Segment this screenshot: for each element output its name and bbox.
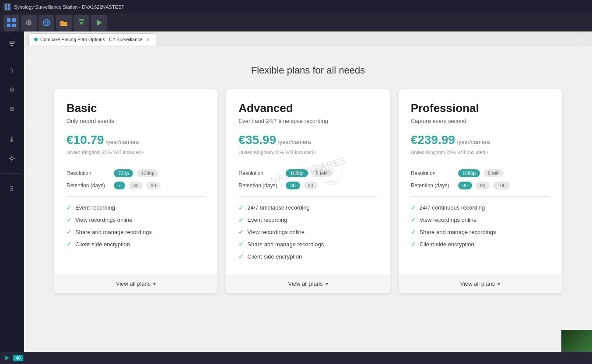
plan-price-basic: €10.79	[67, 133, 104, 147]
check-icon: ✓	[411, 216, 416, 223]
resolution-badge-5mp-adv[interactable]: 5 MP	[312, 169, 332, 177]
plan-name-professional: Professional	[411, 102, 550, 115]
view-all-label-professional: View all plans	[460, 280, 495, 287]
plan-divider-basic	[67, 162, 205, 162]
plans-grid: NAS COMPARES Basic Only record events €1…	[54, 89, 562, 293]
plan-name-basic: Basic	[67, 102, 205, 115]
retention-badge-90[interactable]: 90	[146, 182, 160, 189]
plan-divider2-advanced	[238, 196, 377, 197]
browser-tab[interactable]: Compare Pricing Plan Options | C2 Survei…	[28, 33, 156, 46]
sidebar-filter-icon[interactable]	[4, 36, 20, 52]
resolution-label-professional: Resolution	[411, 170, 455, 176]
chevron-down-icon-advanced: ▾	[326, 281, 328, 287]
plan-name-advanced: Advanced	[238, 102, 377, 115]
minimize-button[interactable]: —	[574, 36, 588, 43]
resolution-badge-1080p-pro[interactable]: 1080p	[458, 169, 480, 177]
chevron-down-icon-basic: ▾	[153, 281, 156, 287]
plan-footer-basic[interactable]: View all plans ▾	[54, 274, 217, 293]
feature-text: Client-side encryption	[247, 253, 302, 260]
svg-point-22	[11, 108, 13, 110]
thumbnail-preview	[561, 330, 592, 352]
taskbar-title: Synology Surveillance Station - DVA1622N…	[14, 4, 124, 10]
svg-rect-3	[8, 7, 10, 10]
feature-text: 24/7 continuous recording	[420, 204, 485, 211]
retention-badge-30-pro[interactable]: 30	[458, 182, 472, 189]
plan-tagline-professional: Capture every second	[411, 118, 550, 124]
retention-row-advanced: Retention (days) 30 90	[238, 182, 377, 189]
check-icon: ✓	[411, 241, 416, 248]
resolution-badge-720p[interactable]: 720p	[114, 169, 133, 177]
sidebar-section-ma: Ma	[4, 131, 20, 147]
svg-rect-7	[12, 24, 16, 27]
app-icon-folder[interactable]	[56, 15, 72, 31]
feature-item: ✓ View recordings online	[238, 228, 377, 235]
plan-price-row-basic: €10.79 /year/camera	[67, 133, 205, 147]
app-icon-synology[interactable]	[4, 15, 19, 31]
feature-item: ✓ Client-side encryption	[411, 241, 550, 248]
app-icon-globe[interactable]	[39, 15, 54, 31]
plan-options-professional: Resolution 1080p 5 MP Retention (days) 3…	[411, 169, 550, 189]
tab-title: Compare Pricing Plan Options | C2 Survei…	[40, 37, 143, 42]
plan-divider2-professional	[411, 196, 550, 197]
feature-item: ✓ View recordings online	[411, 216, 550, 223]
resolution-badge-5mp-pro[interactable]: 5 MP	[483, 169, 504, 177]
resolution-badge-1080p-adv[interactable]: 1080p	[286, 169, 308, 177]
resolution-label-basic: Resolution	[67, 170, 110, 176]
feature-text: 24/7 timelapse recording	[247, 204, 309, 211]
left-sidebar: Im Ma Ma	[0, 32, 24, 364]
feature-item: ✓ Share and manage recordings	[67, 228, 205, 235]
feature-text: View recordings online	[247, 229, 305, 235]
app-icons-row	[0, 14, 592, 32]
feature-text: Share and manage recordings	[75, 229, 152, 235]
svg-point-9	[28, 22, 30, 24]
svg-rect-4	[7, 18, 11, 22]
feature-item: ✓ View recordings online	[67, 216, 205, 223]
tab-favicon	[34, 38, 38, 41]
check-icon: ✓	[238, 253, 244, 260]
retention-label-advanced: Retention (days)	[238, 182, 282, 189]
sidebar-camera2-icon[interactable]	[4, 101, 20, 117]
app-icon-download[interactable]	[74, 15, 89, 31]
plan-footer-advanced[interactable]: View all plans ▾	[226, 274, 389, 293]
plan-body-advanced: Advanced Event and 24/7 timelapse record…	[226, 89, 389, 274]
page-heading: Flexible plans for all needs	[54, 65, 562, 76]
sidebar-camera-icon[interactable]	[4, 82, 20, 98]
plan-footer-professional[interactable]: View all plans ▾	[399, 274, 562, 293]
plan-price-advanced: €35.99	[238, 133, 276, 147]
retention-badge-90-adv[interactable]: 90	[304, 182, 318, 189]
main-layout: Im Ma Ma Compare Pricing Plan Options | …	[0, 32, 592, 364]
check-icon: ✓	[67, 216, 72, 223]
retention-badge-90-pro[interactable]: 90	[476, 182, 490, 189]
svg-point-20	[11, 89, 13, 91]
plan-price-professional: €239.99	[411, 133, 455, 147]
app-icon-camera[interactable]	[21, 15, 37, 31]
plan-price-row-advanced: €35.99 /year/camera	[238, 133, 377, 147]
plan-card-advanced: Advanced Event and 24/7 timelapse record…	[226, 89, 389, 293]
content-area: Compare Pricing Plan Options | C2 Survei…	[24, 32, 592, 364]
chevron-down-icon-professional: ▾	[497, 281, 500, 287]
retention-badge-30-adv[interactable]: 30	[286, 182, 300, 189]
plan-options-basic: Resolution 720p 1080p Retention (days) 7…	[67, 169, 205, 189]
feature-item: ✓ 24/7 continuous recording	[411, 204, 550, 211]
tab-close-button[interactable]: ✕	[145, 37, 151, 42]
app-icon-play[interactable]	[91, 15, 107, 31]
resolution-badge-1080p[interactable]: 1080p	[137, 169, 159, 177]
features-list-professional: ✓ 24/7 continuous recording ✓ View recor…	[411, 204, 550, 248]
plan-price-unit-professional: /year/camera	[457, 139, 490, 145]
check-icon: ✓	[238, 228, 244, 235]
retention-badge-7[interactable]: 7	[114, 182, 125, 189]
resolution-row-basic: Resolution 720p 1080p	[67, 169, 205, 177]
taskbar: Synology Surveillance Station - DVA1622N…	[0, 0, 592, 14]
feature-text: Share and manage recordings	[420, 229, 496, 235]
plan-card-professional: Professional Capture every second €239.9…	[399, 89, 562, 293]
view-all-label-basic: View all plans	[116, 280, 151, 287]
retention-badge-180-pro[interactable]: 180	[493, 182, 510, 189]
feature-item: ✓ Event recording	[238, 216, 377, 223]
plan-body-basic: Basic Only record events €10.79 /year/ca…	[54, 89, 217, 274]
retention-badge-30[interactable]: 30	[129, 182, 143, 189]
retention-label-professional: Retention (days)	[411, 182, 455, 189]
retention-row-basic: Retention (days) 7 30 90	[67, 182, 205, 189]
sidebar-settings-icon[interactable]	[4, 150, 20, 166]
plan-card-basic: Basic Only record events €10.79 /year/ca…	[54, 89, 217, 293]
feature-item: ✓ Client-side encryption	[67, 241, 205, 248]
